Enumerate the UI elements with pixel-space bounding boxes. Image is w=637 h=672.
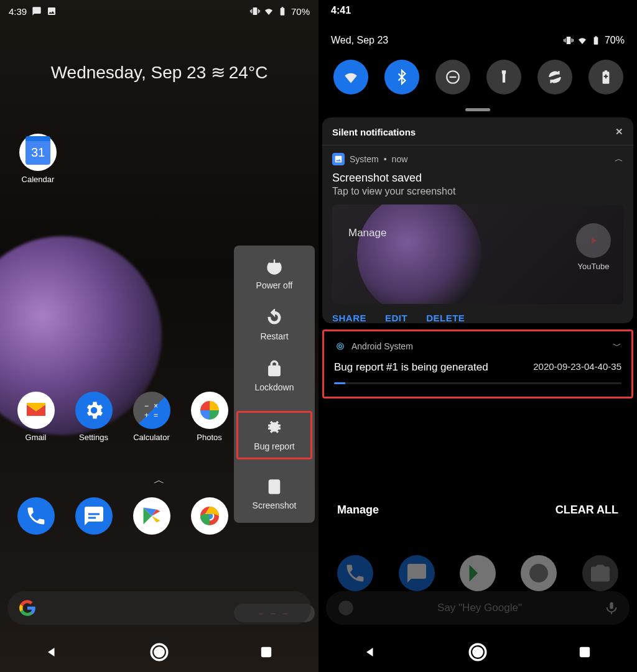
svg-text:×: × [154, 402, 158, 410]
screenshot-label: Screenshot [253, 500, 297, 510]
settings-app[interactable]: Settings [70, 392, 117, 442]
shade-date: Wed, Sep 23 [331, 35, 388, 46]
status-time: 4:39 [9, 6, 27, 17]
calculator-app[interactable]: −×+= Calculator [128, 392, 175, 442]
notification-shade-screen: Manage CLEAR ALL Say "Hey Google" 4:41 W… [318, 0, 637, 672]
back-button[interactable] [362, 643, 379, 663]
phone-icon [17, 497, 55, 535]
weather-wave-icon: ≋ [211, 63, 224, 82]
phone-app[interactable] [12, 497, 59, 535]
gmail-app[interactable]: Gmail [12, 392, 59, 442]
restart-icon [266, 309, 283, 326]
bug-notif-app: Android System [351, 341, 413, 351]
screenshot-button[interactable]: Screenshot [234, 478, 315, 510]
svg-text:=: = [154, 411, 158, 420]
photos-label: Photos [186, 433, 233, 442]
silent-notifications-card: Silent notifications ✕ System • now ︿ Sc… [322, 117, 633, 323]
bug-report-notification[interactable]: Android System ﹀ Bug report #1 is being … [322, 329, 633, 398]
google-logo-icon [19, 599, 36, 617]
delete-action[interactable]: DELETE [426, 313, 465, 323]
qs-flashlight[interactable] [486, 60, 521, 94]
bug-report-label: Bug report [254, 441, 294, 451]
notif-subtitle: Tap to view your screenshot [332, 186, 623, 197]
play-store-app[interactable] [128, 497, 175, 535]
edit-action[interactable]: EDIT [385, 313, 407, 323]
svg-point-14 [473, 648, 482, 656]
navigation-bar [0, 635, 318, 672]
silent-header: Silent notifications [332, 127, 416, 137]
qs-rotate[interactable] [537, 60, 572, 94]
restart-label: Restart [260, 331, 288, 341]
preview-manage: Manage [348, 227, 386, 239]
play-icon [133, 497, 170, 535]
svg-text:−: − [144, 402, 149, 410]
shade-time: 4:41 [331, 5, 625, 16]
close-icon[interactable]: ✕ [615, 126, 623, 137]
bug-report-button[interactable]: Bug report [236, 411, 312, 459]
wifi-icon [264, 6, 274, 16]
lock-icon [266, 360, 283, 377]
navigation-bar [318, 635, 637, 672]
bug-progress-bar [334, 382, 621, 384]
status-battery: 70% [291, 6, 310, 17]
notif-time: now [392, 154, 408, 164]
widget-temp: 24°C [229, 63, 268, 82]
calculator-icon: −×+= [133, 392, 170, 429]
power-off-button[interactable]: Power off [234, 258, 315, 290]
gmail-icon [17, 392, 55, 429]
screenshot-preview[interactable]: Manage YouTube [332, 205, 623, 304]
app-drawer-arrow-icon[interactable]: ︿ [154, 472, 165, 487]
date-weather-widget[interactable]: Wednesday, Sep 23 ≋ 24°C [0, 62, 318, 83]
chevron-up-icon[interactable]: ︿ [615, 154, 623, 165]
google-search-bar[interactable] [7, 591, 311, 625]
calendar-label: Calendar [19, 175, 57, 184]
share-action[interactable]: SHARE [332, 313, 366, 323]
back-button[interactable] [44, 643, 61, 663]
notif-app: System [350, 154, 379, 164]
bug-notif-title: Bug report #1 is being generated [334, 361, 488, 374]
lockdown-button[interactable]: Lockdown [234, 360, 315, 392]
messages-icon [75, 497, 113, 535]
svg-rect-15 [579, 647, 589, 657]
qs-dnd[interactable] [435, 60, 470, 94]
home-button[interactable] [467, 642, 488, 665]
android-system-icon [334, 340, 346, 352]
battery-icon [277, 6, 287, 16]
shade-header: 4:41 Wed, Sep 23 70% [318, 0, 637, 111]
home-button[interactable] [149, 642, 170, 665]
svg-rect-7 [269, 481, 279, 494]
shade-handle[interactable] [465, 108, 490, 111]
lockdown-label: Lockdown [254, 382, 294, 392]
messages-app[interactable] [70, 497, 117, 535]
recent-button[interactable] [576, 643, 593, 663]
screenshot-icon [266, 478, 283, 495]
chrome-icon [191, 497, 228, 535]
qs-bluetooth[interactable] [384, 60, 419, 94]
chrome-app[interactable] [186, 497, 233, 535]
svg-point-18 [339, 345, 342, 348]
wifi-icon [577, 35, 587, 45]
recent-button[interactable] [258, 643, 275, 663]
system-app-icon [332, 153, 345, 165]
chat-icon [32, 6, 42, 16]
qs-battery-saver[interactable] [588, 60, 623, 94]
svg-rect-10 [261, 647, 271, 657]
screenshot-notif-meta[interactable]: System • now ︿ [332, 153, 623, 165]
power-off-label: Power off [256, 280, 293, 290]
preview-youtube: YouTube [576, 223, 611, 271]
widget-date: Wednesday, Sep 23 [51, 63, 207, 82]
photos-icon [191, 392, 228, 429]
notif-actions: SHARE EDIT DELETE [332, 313, 623, 323]
svg-text:+: + [144, 411, 149, 420]
calendar-icon: 31 [19, 134, 57, 171]
qs-wifi[interactable] [333, 60, 368, 94]
youtube-icon [576, 223, 611, 258]
chevron-down-icon[interactable]: ﹀ [613, 341, 621, 352]
image-icon [47, 6, 57, 16]
gmail-label: Gmail [12, 433, 59, 442]
vibrate-icon [564, 35, 574, 45]
shade-battery: 70% [605, 35, 625, 46]
calendar-app[interactable]: 31 Calendar [19, 134, 57, 184]
photos-app[interactable]: Photos [186, 392, 233, 442]
restart-button[interactable]: Restart [234, 309, 315, 341]
